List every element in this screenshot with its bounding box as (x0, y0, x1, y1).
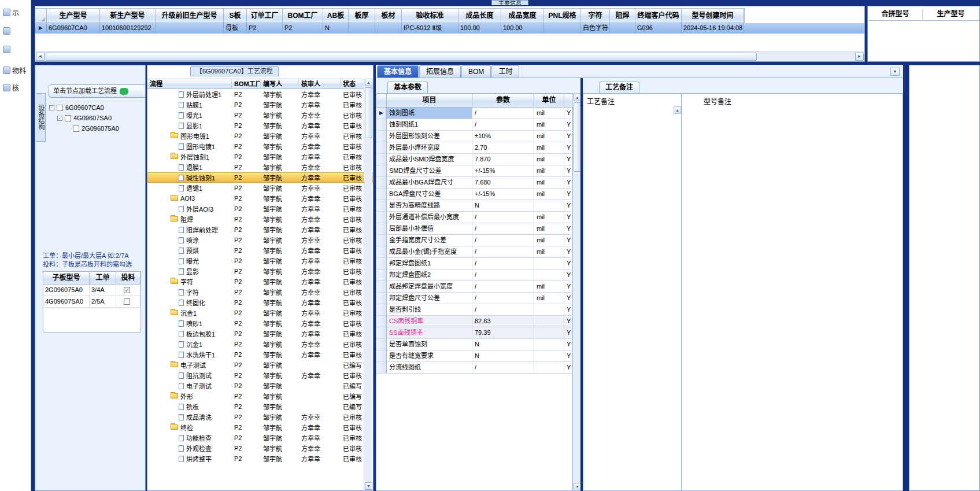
flow-row[interactable]: 电子测试P2邹宇航已编写 (147, 360, 373, 370)
param-row[interactable]: 成品最小BGA焊盘尺寸7.680milY (376, 177, 572, 189)
column-header[interactable]: 板厚 (349, 8, 375, 23)
flow-row[interactable]: 电子测试P2邹宇航已编写 (147, 381, 373, 391)
flow-row[interactable]: 沉金1P2邹宇航方幸幸已审核 (147, 339, 373, 349)
param-row-selector[interactable] (376, 362, 387, 374)
param-row[interactable]: 局部最小补偿值/milY (376, 223, 572, 235)
param-value[interactable]: / (472, 281, 534, 293)
param-row-selector[interactable] (376, 281, 387, 293)
param-value[interactable]: 79.39 (472, 327, 534, 339)
scrollbar-thumb[interactable] (574, 102, 580, 172)
left-nav-item-1[interactable] (3, 25, 31, 36)
grid-cell[interactable]: 6G09607CA0 (47, 23, 100, 34)
horizontal-scrollbar[interactable]: ◄ ► (36, 51, 864, 61)
flow-row[interactable]: 外观检查P2邹宇航方幸幸已审核 (147, 443, 373, 453)
grid-cell[interactable]: G096 (635, 23, 682, 34)
param-row-selector[interactable] (376, 327, 387, 339)
param-row[interactable]: 成品最小金(锡)手指宽度/milY (376, 246, 572, 258)
column-header[interactable]: 成品宽度 (501, 8, 544, 23)
param-value[interactable]: +/-15% (472, 189, 534, 200)
grid-cell[interactable]: P2 (247, 23, 283, 34)
flow-row[interactable]: 板边包胶1P2邹宇航方幸幸已审核 (147, 328, 373, 339)
param-row[interactable]: 是否为高精度线路NY (376, 200, 572, 212)
param-row-selector[interactable] (376, 223, 387, 235)
grid-cell[interactable]: 100.00 (458, 23, 501, 34)
param-row[interactable]: BGA焊盘尺寸公差+/-15%milY (376, 189, 572, 200)
left-nav-item-3[interactable]: 物料 (3, 65, 31, 75)
tab-拓展信息[interactable]: 拓展信息 (419, 65, 461, 77)
param-value[interactable]: / (472, 235, 534, 246)
param-value[interactable]: N (472, 350, 534, 362)
param-value[interactable]: / (472, 223, 534, 235)
flow-row[interactable]: 字符P2邹宇航方幸幸已审核 (147, 276, 373, 287)
param-row-selector[interactable] (376, 235, 387, 246)
scroll-left-icon[interactable]: ◄ (36, 53, 45, 61)
param-value[interactable]: / (472, 246, 534, 258)
param-row[interactable]: ▶蚀刻图纸/milY (376, 108, 572, 119)
param-value[interactable]: N (472, 339, 534, 350)
scroll-up-icon[interactable]: ▲ (674, 106, 681, 114)
param-row[interactable]: 分流线图纸/Y (376, 362, 572, 374)
flow-row[interactable]: 终固化P2邹宇航方幸幸已审核 (147, 297, 373, 308)
params-column-header[interactable]: 单位 (534, 94, 564, 108)
param-row[interactable]: 邦定焊盘图纸1/Y (376, 258, 572, 270)
flow-row[interactable]: 沉金1P2邹宇航方幸幸已审核 (147, 308, 373, 318)
flow-row[interactable]: 曝光1P2邹宇航方幸幸已审核 (147, 110, 373, 120)
column-header[interactable]: 板材 (375, 8, 402, 23)
grid-cell[interactable]: 白色字符 (581, 23, 610, 34)
checkbox-icon[interactable] (73, 125, 79, 132)
scroll-right-icon[interactable]: ► (855, 53, 864, 61)
collapse-icon[interactable]: - (57, 116, 62, 121)
param-row[interactable]: 外层通道补偿后最小宽度/milY (376, 212, 572, 223)
scroll-down-icon[interactable]: ▼ (365, 482, 372, 490)
param-row[interactable]: 成品邦定焊盘最小宽度/milY (376, 281, 572, 293)
flow-row[interactable]: 显影1P2邹宇航方幸幸已审核 (147, 120, 373, 131)
subboard-column-header[interactable]: 工单 (90, 272, 116, 285)
tree-node[interactable]: -4G09607SA0 (49, 113, 145, 123)
tab-structure-vertical[interactable]: 设备结构 (36, 93, 46, 142)
tree-node[interactable]: -6G09607CA0 (49, 102, 145, 113)
feed-checkbox-icon[interactable] (124, 287, 130, 293)
column-header[interactable]: 成品长度 (458, 8, 501, 23)
flow-column-header[interactable]: 核审人 (299, 79, 341, 89)
tab-BOM[interactable]: BOM (461, 65, 491, 77)
grid-cell[interactable] (544, 23, 581, 34)
param-row[interactable]: SS面残铜率79.39Y (376, 327, 572, 339)
tab-基本信息[interactable]: 基本信息 (377, 65, 419, 77)
flow-row[interactable]: 图形电镀1P2邹宇航方幸幸已审核 (147, 131, 373, 141)
grid-cell[interactable]: 100.00 (501, 23, 544, 34)
flow-row[interactable]: 显影P2邹宇航方幸幸已审核 (147, 266, 373, 276)
param-row-selector[interactable] (376, 293, 387, 304)
left-nav-item-0[interactable]: 示 (3, 7, 31, 17)
model-grid-selected-row[interactable]: ▶6G09607CA010010600129292母板P2P2NIPC-6012… (35, 23, 864, 34)
subboard-row[interactable]: 2G096075A03/4A (43, 285, 140, 296)
flow-column-header[interactable]: BOM工厂 (232, 79, 261, 89)
grid-cell[interactable]: 10010600129292 (100, 23, 156, 34)
param-value[interactable]: / (472, 362, 534, 374)
flow-row[interactable]: 退膜1P2邹宇航方幸幸已审核 (147, 162, 373, 172)
column-header[interactable]: S板 (224, 8, 247, 23)
tab-basic-params[interactable]: 基本参数 (387, 82, 428, 93)
checkbox-icon[interactable] (65, 115, 71, 121)
param-row-selector[interactable] (376, 246, 387, 258)
flow-row[interactable]: 成品清洗P2邹宇航方幸幸已审核 (147, 412, 373, 422)
flow-row[interactable]: 字符P2邹宇航方幸幸已审核 (147, 287, 373, 297)
grid-cell[interactable] (349, 23, 375, 34)
flow-row[interactable]: 退锡1P2邹宇航方幸幸已审核 (147, 183, 373, 193)
param-row-selector[interactable] (376, 350, 387, 362)
scroll-down-icon[interactable]: ▼ (574, 483, 580, 490)
grid-cell[interactable]: IPC-6012 Ⅱ级 (402, 23, 458, 34)
param-row[interactable]: 外层最小焊环宽度2.70milY (376, 142, 572, 154)
subboard-column-header[interactable]: 子板型号 (43, 272, 90, 285)
collapse-icon[interactable]: - (49, 105, 54, 110)
param-row[interactable]: 是否单面蚀刻NY (376, 339, 572, 350)
flow-row[interactable]: 喷砂1P2邹宇航方幸幸已审核 (147, 318, 373, 328)
column-header[interactable]: 升级前旧生产型号 (156, 8, 224, 23)
grid-cell[interactable] (156, 23, 224, 34)
param-row[interactable]: 成品最小SMD焊盘宽度7.870milY (376, 154, 572, 165)
tab-工时[interactable]: 工时 (491, 65, 519, 77)
param-value[interactable]: / (472, 270, 534, 281)
flow-row[interactable]: 贴膜1P2邹宇航方幸幸已审核 (147, 99, 373, 110)
scroll-up-icon[interactable]: ▲ (365, 79, 372, 86)
param-value[interactable]: 7.680 (472, 177, 534, 189)
param-value[interactable]: / (472, 258, 534, 270)
